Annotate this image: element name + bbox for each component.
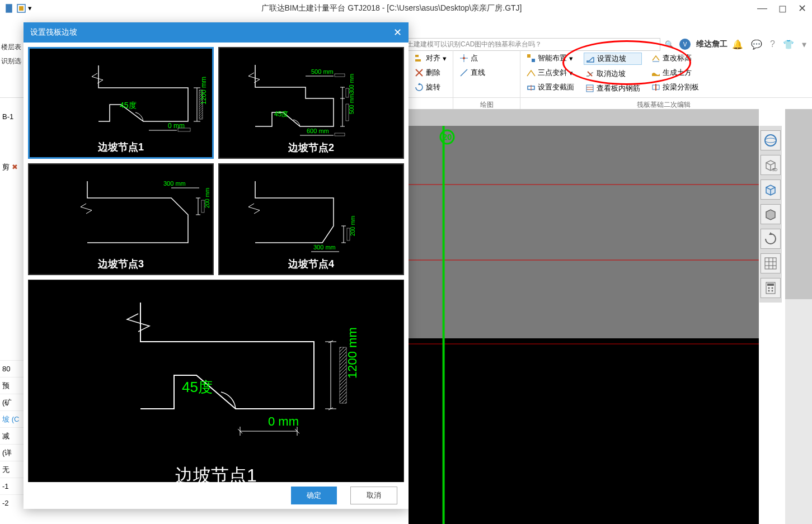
point-label: 点 bbox=[471, 53, 478, 63]
calc-tool[interactable] bbox=[761, 278, 781, 298]
thumb1-h: 1200 mm bbox=[200, 77, 208, 105]
row-4[interactable]: 减 bbox=[0, 427, 26, 444]
view-rebar-button[interactable]: 查看板内钢筋 bbox=[584, 83, 642, 94]
row-8[interactable]: -2 bbox=[0, 494, 26, 511]
svg-point-11 bbox=[463, 57, 465, 59]
search-icon[interactable]: 🔍 bbox=[665, 40, 674, 49]
align-button[interactable]: 对齐 ▾ bbox=[413, 53, 448, 64]
point-button[interactable]: 点 bbox=[458, 53, 480, 64]
cancel-button[interactable]: 取消 bbox=[350, 487, 397, 504]
dropdown-icon[interactable]: ▾ bbox=[28, 4, 37, 13]
set-slope-label: 设置边坡 bbox=[597, 54, 626, 64]
row-5[interactable]: (详 bbox=[0, 444, 26, 461]
user-avatar-icon[interactable]: V bbox=[678, 37, 692, 51]
set-section-label: 设置变截面 bbox=[538, 82, 574, 92]
thumb1-label: 边坡节点1 bbox=[30, 140, 212, 154]
preview-b: 0 mm bbox=[268, 414, 299, 428]
qat-icon-2[interactable] bbox=[17, 4, 26, 13]
thumb3-label: 边坡节点3 bbox=[29, 257, 213, 271]
ribbon-commands: 对齐 ▾ 删除 旋转 点 直线 绘图 bbox=[409, 50, 806, 112]
axis-badge: 20 bbox=[439, 129, 455, 147]
svg-rect-0 bbox=[6, 4, 12, 12]
thumb2-h2: 500 mm bbox=[349, 94, 355, 114]
minimize-button[interactable]: — bbox=[757, 2, 767, 15]
shirt-icon[interactable]: 👕 bbox=[783, 39, 794, 50]
thumb3-t: 300 mm bbox=[163, 180, 186, 187]
rotate-label: 旋转 bbox=[426, 82, 440, 92]
dialog-body: 45度 1200 mm 0 mm 边坡节点1 bbox=[24, 43, 409, 482]
thumb2-t1: 500 mm bbox=[311, 68, 334, 75]
cancel-slope-label: 取消边坡 bbox=[597, 69, 626, 79]
three-point-button[interactable]: 三点变斜 ▾ bbox=[525, 67, 576, 78]
delete-button[interactable]: 删除 bbox=[413, 67, 448, 78]
cancel-slope-button[interactable]: 取消边坡 bbox=[584, 68, 642, 79]
svg-point-80 bbox=[768, 290, 770, 292]
ok-button[interactable]: 确定 bbox=[291, 487, 337, 504]
cube-tool[interactable] bbox=[761, 180, 781, 200]
view-rebar-label: 查看板内钢筋 bbox=[597, 83, 640, 93]
vertical-scrollbar[interactable] bbox=[785, 109, 812, 524]
window-controls: — ◻ ✕ bbox=[757, 2, 806, 15]
grid-tool[interactable] bbox=[761, 253, 781, 273]
canvas-ruler bbox=[409, 109, 759, 126]
maximize-button[interactable]: ◻ bbox=[778, 2, 787, 15]
svg-point-79 bbox=[772, 287, 773, 289]
help-icon[interactable]: ? bbox=[770, 39, 775, 49]
drawing-canvas[interactable]: 20 bbox=[409, 126, 759, 524]
thumb2-label: 边坡节点2 bbox=[219, 141, 403, 154]
thumb-1[interactable]: 45度 1200 mm 0 mm 边坡节点1 bbox=[28, 47, 214, 159]
gen-earth-button[interactable]: 生成土方 bbox=[650, 67, 701, 78]
titlebar: ▾ 广联达BIM土建计量平台 GTJ2018 - [C:\Users\asus\… bbox=[0, 0, 812, 17]
row-0[interactable]: 80 bbox=[0, 360, 26, 377]
view-toolbar: 3D bbox=[759, 126, 782, 303]
set-slope-button[interactable]: 设置边坡 bbox=[584, 53, 642, 65]
align-label: 对齐 bbox=[426, 53, 440, 63]
svg-rect-77 bbox=[767, 284, 774, 286]
thumb1-angle: 45度 bbox=[120, 101, 137, 110]
svg-line-13 bbox=[461, 69, 467, 76]
split-beam-label: 按梁分割板 bbox=[663, 82, 699, 92]
bell-icon[interactable]: 🔔 bbox=[732, 39, 743, 50]
recog-label: 识别选 bbox=[0, 54, 26, 68]
b1-label: B-1 bbox=[0, 108, 26, 131]
set-section-button[interactable]: 设置变截面 bbox=[525, 82, 576, 93]
row-6[interactable]: 无 bbox=[0, 461, 26, 478]
qat-icon-1[interactable] bbox=[6, 4, 15, 13]
thumb2-t2: 600 mm bbox=[307, 128, 329, 134]
svg-rect-4 bbox=[19, 6, 24, 11]
three-point-label: 三点变斜 bbox=[538, 68, 567, 78]
thumb2-angle: 45度 bbox=[274, 110, 288, 118]
rotate-button[interactable]: 旋转 bbox=[413, 82, 448, 93]
close-button[interactable]: ✕ bbox=[798, 2, 806, 15]
thumb4-label: 边坡节点4 bbox=[219, 257, 403, 271]
svg-rect-35 bbox=[335, 133, 345, 136]
cut-button[interactable]: 剪 ✖ bbox=[0, 159, 26, 176]
orbit-tool[interactable] bbox=[761, 130, 781, 150]
svg-rect-61 bbox=[409, 126, 759, 338]
thumb1-b: 0 mm bbox=[168, 122, 185, 130]
row-slope[interactable]: 坡 (C bbox=[0, 410, 26, 427]
thumb-4[interactable]: 300 mm 200 mm 边坡节点4 bbox=[218, 163, 404, 275]
thumb-2[interactable]: 45度 500 mm 600 mm 300 mm 500 mm bbox=[218, 47, 404, 159]
menu-icon[interactable]: ▾ bbox=[802, 39, 806, 50]
thumb-3[interactable]: 300 mm 200 mm 边坡节点3 bbox=[28, 163, 214, 275]
split-beam-button[interactable]: 按梁分割板 bbox=[650, 82, 701, 93]
box-tool[interactable] bbox=[761, 204, 781, 224]
refresh-tool[interactable] bbox=[761, 229, 781, 249]
row-7[interactable]: -1 bbox=[0, 478, 26, 494]
scrollbar-thumb[interactable] bbox=[785, 109, 812, 299]
gen-earth-label: 生成土方 bbox=[663, 68, 692, 78]
smart-layout-button[interactable]: 智能布置 ▾ bbox=[525, 53, 576, 64]
chat-icon[interactable]: 💬 bbox=[751, 39, 762, 50]
svg-text:V: V bbox=[683, 41, 687, 48]
line-button[interactable]: 直线 bbox=[458, 67, 487, 78]
preview-angle: 45度 bbox=[182, 379, 213, 395]
modify-elev-button[interactable]: 查改标高 bbox=[650, 53, 701, 64]
draw-group-title: 绘图 bbox=[458, 100, 515, 110]
search-input[interactable]: 土建建模可以识别CAD图中的独基和承台吗？ bbox=[403, 38, 660, 51]
dialog-close-button[interactable]: ✕ bbox=[393, 26, 402, 39]
3d-view-tool[interactable]: 3D bbox=[761, 155, 781, 175]
user-name[interactable]: 维达詹工 bbox=[696, 39, 727, 49]
row-1[interactable]: 预 bbox=[0, 377, 26, 394]
row-2[interactable]: (矿 bbox=[0, 394, 26, 410]
